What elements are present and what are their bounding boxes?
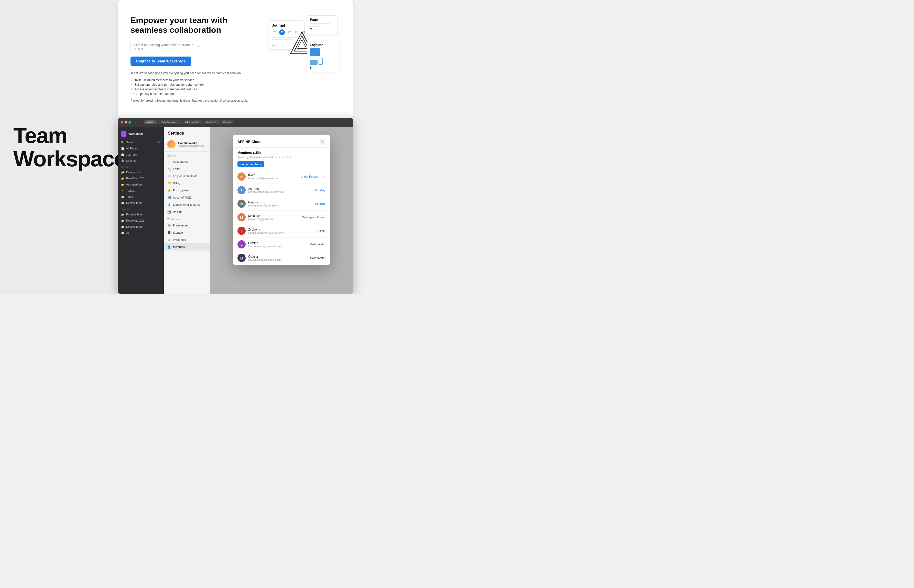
member-info: Nimbus nimbus.smith@example.com: [248, 200, 313, 207]
appearance-icon: ◎: [167, 160, 171, 163]
upgrade-button[interactable]: Upgrade to Team Woekspace: [131, 57, 191, 66]
avatar: A: [237, 186, 245, 194]
modal-close-button[interactable]: ×: [319, 139, 326, 145]
app-layout: Workspace 🔍 Search ⌘K 📄 All Pages 📅 Jour…: [118, 127, 353, 294]
sidebar-item-search[interactable]: 🔍 Search ⌘K: [118, 139, 164, 145]
member-row-zyphoria: Z Zyphoria sophia.jameson@example.com Ad…: [233, 224, 330, 238]
feature-item: Set custom roles and permissions for bet…: [131, 82, 258, 87]
avatar: K: [237, 173, 245, 181]
tab-date[interactable]: 2024-07-22: [204, 120, 220, 124]
settings-nav-keyboard[interactable]: ⌨️ Keyboard shortcuts: [164, 173, 210, 179]
member-status: Collaborator: [310, 243, 326, 246]
tab-alldocs[interactable]: All docs: [221, 120, 233, 124]
upgrade-card: Empower your team with seamless collabor…: [118, 0, 353, 118]
settings-nav-editor[interactable]: ✏️ Editor: [164, 165, 210, 173]
settings-nav-appearance[interactable]: ◎ Appearance: [164, 158, 210, 165]
journal-deco-title: Journal: [272, 23, 301, 27]
sidebar-item-settings[interactable]: ⚙️ Settings: [118, 158, 164, 164]
settings-nav-about[interactable]: ℹ️ About AFFiNE: [164, 194, 210, 201]
properties-icon: ≡: [167, 238, 171, 242]
member-email: Malakuka@gmail.com: [248, 218, 300, 221]
upgrade-description: Team Workspace gives you everything you …: [131, 71, 258, 76]
modal-overlay[interactable]: AFFiNE Cloud × Members (159) Work togeth…: [210, 127, 353, 294]
tab-cird[interactable]: What is CIRD...: [183, 120, 203, 124]
member-email: quasar.brown@example.com: [248, 258, 308, 261]
invite-members-button[interactable]: Invite members: [237, 161, 264, 167]
folder-icon: 📁: [121, 170, 124, 174]
sidebar-item-journals[interactable]: 📅 Journals: [118, 152, 164, 158]
upgrade-decoration: Journal 20 21 22 23 24: [269, 15, 340, 102]
settings-nav-properties[interactable]: ≡ Properties: [164, 236, 210, 243]
settings-nav-pricing[interactable]: 💰 Pricing plans: [164, 187, 210, 194]
member-info: Zyphoria sophia.jameson@example.com: [248, 228, 315, 234]
sidebar-item-assigned[interactable]: 📁 Assigned me: [118, 181, 164, 187]
settings-nav-billing[interactable]: 💳 Billing: [164, 179, 210, 187]
folder-icon: 📁: [121, 183, 124, 186]
settings-username: Avatahalakuka: [178, 142, 205, 145]
tab-lch[interactable]: LCh is the best ch...: [158, 120, 182, 124]
edgeless-deco-title: Edgeless: [310, 43, 338, 47]
minimize-button-traffic[interactable]: [124, 121, 127, 124]
member-row-quasar: Q Quasar quasar.brown@example.com Collab…: [233, 251, 330, 265]
hero-section: Team Workspace: [0, 0, 118, 294]
member-status: Collaborator: [310, 256, 326, 260]
sidebar-item-roadmap[interactable]: 📁 RoadMap.2024: [118, 175, 164, 181]
sidebar-item-design-team[interactable]: 📁 Design Team: [118, 200, 164, 206]
modal-title: AFFiNE Cloud: [237, 140, 262, 144]
more-options-icon[interactable]: ⋯: [321, 174, 326, 179]
folder-icon: 📁: [121, 219, 124, 222]
member-status: Under Review: [301, 175, 318, 178]
workspace-icon: [121, 131, 126, 137]
sidebar-item-todo[interactable]: 🔸 TODO.: [118, 187, 164, 194]
keyboard-icon: ⌨️: [167, 174, 171, 178]
tab-affine[interactable]: AFFiNE: [144, 120, 157, 124]
screenshot-section: ‹ › AFFiNE LCh is the best ch... What is…: [118, 118, 353, 294]
sidebar-item-design-team2[interactable]: 📁 Design Team: [118, 224, 164, 230]
settings-nav-storage[interactable]: 🗄️ Storage: [164, 229, 210, 236]
sidebar-workspace[interactable]: Workspace: [118, 129, 164, 138]
member-info: Malakuka Malakuka@gmail.com: [248, 214, 300, 221]
back-icon[interactable]: ‹: [135, 121, 136, 124]
upgrade-footer: Perfect for growing teams and organizati…: [131, 99, 258, 102]
feature-item: Get priority customer support: [131, 92, 258, 96]
settings-nav-preferences[interactable]: ⚙️ Preferences: [164, 222, 210, 229]
sidebar-item-product-team[interactable]: 📁 Product Team: [118, 212, 164, 218]
page-deco-card: Page T: [307, 15, 338, 35]
avatar: N: [237, 200, 245, 208]
sidebar: Workspace 🔍 Search ⌘K 📄 All Pages 📅 Jour…: [118, 127, 164, 294]
maximize-button-traffic[interactable]: [128, 121, 131, 124]
sidebar-workspace-name: Workspace: [128, 132, 144, 136]
settings-nav-backup[interactable]: 💾 Backup: [164, 208, 210, 215]
feature-list: Invite unlimited members to your workspa…: [131, 78, 258, 96]
pages-icon: 📄: [121, 147, 124, 150]
favorites-label: Favorites: [118, 164, 164, 169]
member-name: Malakuka: [248, 214, 300, 218]
sidebar-item-ai[interactable]: 📁 AI: [118, 230, 164, 236]
workspace-select[interactable]: Select an existing workspace or create a…: [131, 41, 202, 53]
settings-nav-experimental[interactable]: 🔬 Experimental features: [164, 201, 210, 208]
avatar: [167, 140, 176, 149]
member-name: Nimbus: [248, 200, 313, 204]
general-section-label: General: [164, 152, 210, 158]
billing-icon: 💳: [167, 181, 171, 185]
forward-icon[interactable]: ›: [139, 121, 140, 124]
sidebar-item-topic[interactable]: 📁 Topic: [118, 194, 164, 200]
member-info: Lumina lumina.waters@example.com: [248, 241, 308, 248]
main-content: AFFiNE Cloud × Members (159) Work togeth…: [210, 127, 353, 294]
member-row-kairo: K Kairo kairo.smith@example.com Under Re…: [233, 170, 330, 183]
member-name: Lumina: [248, 241, 308, 245]
upgrade-heading: Empower your team with seamless collabor…: [131, 15, 258, 35]
sidebar-item-allpages[interactable]: 📄 All Pages: [118, 145, 164, 152]
sidebar-item-design-index[interactable]: 📁 Design Index: [118, 169, 164, 175]
member-email: sophia.jameson@example.com: [248, 231, 315, 234]
members-subtitle: Work together with unlimited team member…: [233, 155, 330, 161]
organize-label: Organize: [118, 206, 164, 212]
storage-icon: 🗄️: [167, 231, 171, 234]
sidebar-item-roadmap2[interactable]: 📁 RoadMap.2024: [118, 218, 164, 224]
member-name: Zyphoria: [248, 228, 315, 231]
page-deco-title: Page: [310, 18, 335, 21]
close-button-traffic[interactable]: [121, 121, 123, 124]
settings-nav-members[interactable]: 👤 Members: [164, 243, 210, 250]
member-row-malakuka: M Malakuka Malakuka@gmail.com Workspace …: [233, 211, 330, 224]
avatar: Q: [237, 254, 245, 262]
